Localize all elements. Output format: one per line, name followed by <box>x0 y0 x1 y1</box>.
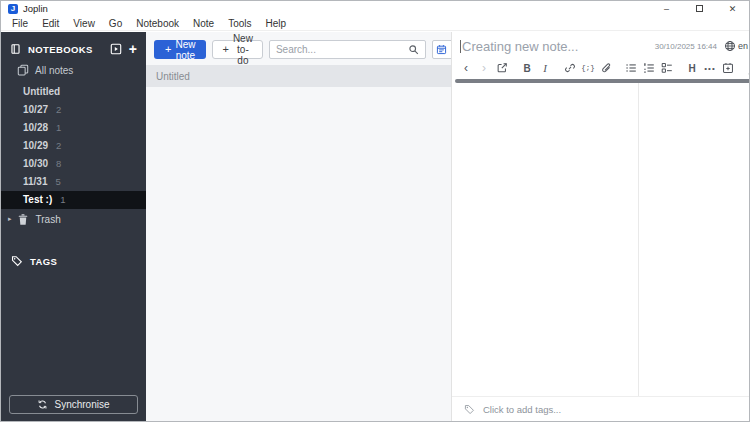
bulleted-list-button[interactable] <box>622 59 640 77</box>
sync-icon <box>37 399 48 410</box>
notebook-count: 2 <box>56 137 61 155</box>
new-note-button[interactable]: + New note <box>154 40 206 59</box>
plus-icon: + <box>165 44 171 55</box>
tag-bar[interactable]: Click to add tags... <box>452 396 750 421</box>
calendar-icon <box>436 44 447 55</box>
window-controls: – ✕ <box>650 1 749 16</box>
text-cursor <box>460 40 461 53</box>
notebook-count: 5 <box>55 173 60 191</box>
spellcheck-control[interactable]: en <box>724 40 748 52</box>
sidebar-notebook-1029[interactable]: 10/29 2 <box>1 137 146 155</box>
notebook-label: 10/30 <box>23 155 48 173</box>
title-bar: J Joplin – ✕ <box>1 1 749 16</box>
sidebar-notebook-test-selected[interactable]: Test :) 1 <box>1 191 146 209</box>
menu-go[interactable]: Go <box>102 18 129 29</box>
joplin-window: J Joplin – ✕ File Edit View Go Notebook … <box>0 0 750 422</box>
notebook-count: 8 <box>56 155 61 173</box>
note-datetime: 30/10/2025 16:44 <box>655 42 717 51</box>
notebook-label: 10/27 <box>23 101 48 119</box>
new-notebook-button[interactable]: + <box>129 42 137 56</box>
minimize-button[interactable]: – <box>650 1 683 16</box>
menu-view[interactable]: View <box>66 18 102 29</box>
new-todo-label: New to-do <box>233 33 253 66</box>
window-title: Joplin <box>23 3 48 14</box>
link-icon <box>564 62 576 74</box>
menu-edit[interactable]: Edit <box>35 18 66 29</box>
menu-tools[interactable]: Tools <box>221 18 258 29</box>
note-list-item-untitled[interactable]: Untitled <box>146 65 451 87</box>
bold-button[interactable]: B <box>518 59 536 77</box>
menu-note[interactable]: Note <box>186 18 221 29</box>
sidebar: NOTEBOOKS + All notes Untitled 10/27 2 1… <box>1 32 146 421</box>
joplin-logo-icon: J <box>8 4 18 14</box>
insert-datetime-button[interactable] <box>719 59 737 77</box>
external-edit-button[interactable] <box>493 59 511 77</box>
spellcheck-language-label: en <box>738 41 748 51</box>
checkbox-list-icon <box>661 62 673 74</box>
new-todo-button[interactable]: + New to-do <box>212 40 262 59</box>
globe-icon <box>724 40 736 52</box>
hyperlink-button[interactable] <box>561 59 579 77</box>
paperclip-icon <box>600 62 612 74</box>
menu-bar: File Edit View Go Notebook Note Tools He… <box>1 16 749 31</box>
back-button[interactable]: ‹ <box>457 59 475 77</box>
calendar-plus-icon <box>722 62 734 74</box>
maximize-button[interactable] <box>683 1 716 16</box>
sidebar-notebook-1028[interactable]: 10/28 1 <box>1 119 146 137</box>
editor-toolbar: ‹ › B I {;} <box>452 58 750 78</box>
numbered-list-icon <box>643 62 655 74</box>
code-button[interactable]: {;} <box>579 59 597 77</box>
search-icon[interactable] <box>408 44 419 55</box>
editor-viewer-divider[interactable] <box>638 83 639 396</box>
search-box <box>269 40 426 59</box>
sidebar-notebook-1027[interactable]: 10/27 2 <box>1 101 146 119</box>
sidebar-notebook-untitled[interactable]: Untitled <box>1 83 146 101</box>
sidebar-item-all-notes[interactable]: All notes <box>1 61 146 79</box>
notebook-count: 1 <box>56 119 61 137</box>
heading-button[interactable]: H <box>683 59 701 77</box>
trash-label: Trash <box>36 214 61 225</box>
pen-icon <box>747 62 750 75</box>
menu-notebook[interactable]: Notebook <box>129 18 186 29</box>
editor-header: 30/10/2025 16:44 en <box>452 32 750 58</box>
tag-icon <box>11 255 23 267</box>
editor-body[interactable] <box>452 83 750 396</box>
trash-icon <box>17 213 29 226</box>
note-title: Untitled <box>156 71 190 82</box>
notebooks-header-label: NOTEBOOKS <box>28 44 110 55</box>
trash-expander-icon[interactable]: ▸ <box>8 215 12 223</box>
notebook-count: 2 <box>56 101 61 119</box>
sort-by-date-button[interactable] <box>433 41 451 58</box>
drawing-plugin-button[interactable] <box>744 59 750 77</box>
synchronise-button[interactable]: Synchronise <box>9 395 138 414</box>
note-list-toolbar: + New note + New to-do ↑ <box>146 32 451 59</box>
notebook-count: 1 <box>60 191 65 209</box>
note-title-input[interactable] <box>462 39 651 54</box>
notebook-label: 10/29 <box>23 137 48 155</box>
checkbox-list-button[interactable] <box>658 59 676 77</box>
search-input[interactable] <box>276 44 408 55</box>
notebooks-header: NOTEBOOKS + <box>1 40 146 58</box>
note-list-panel: + New note + New to-do ↑ <box>146 32 451 421</box>
tags-header-label: TAGS <box>30 256 57 267</box>
italic-button[interactable]: I <box>536 59 554 77</box>
forward-button[interactable]: › <box>475 59 493 77</box>
menu-help[interactable]: Help <box>259 18 294 29</box>
all-notes-icon <box>17 64 29 76</box>
toggle-all-notebooks-icon[interactable] <box>110 43 122 55</box>
sidebar-notebook-1131[interactable]: 11/31 5 <box>1 173 146 191</box>
sidebar-notebook-1030[interactable]: 10/30 8 <box>1 155 146 173</box>
numbered-list-button[interactable] <box>640 59 658 77</box>
attach-file-button[interactable] <box>597 59 615 77</box>
synchronise-label: Synchronise <box>54 399 109 410</box>
sidebar-item-trash[interactable]: ▸ Trash <box>1 209 146 229</box>
plus-icon: + <box>222 44 228 55</box>
new-note-label: New note <box>175 39 195 61</box>
external-edit-icon <box>496 62 508 74</box>
tags-header: TAGS <box>1 255 146 267</box>
editor-panel: 30/10/2025 16:44 en ‹ › <box>451 32 750 421</box>
menu-file[interactable]: File <box>5 18 35 29</box>
close-button[interactable]: ✕ <box>716 1 749 16</box>
more-options-button[interactable]: ••• <box>701 59 719 77</box>
notebook-icon <box>10 43 21 55</box>
